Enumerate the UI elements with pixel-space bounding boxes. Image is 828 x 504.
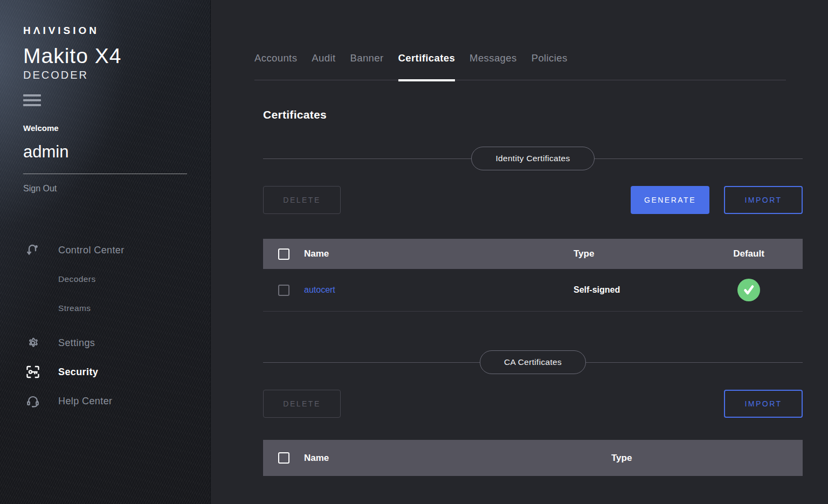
user-divider bbox=[23, 174, 187, 174]
ca-section-divider: CA Certificates bbox=[263, 350, 803, 374]
username: admin bbox=[23, 142, 210, 162]
sign-out-link[interactable]: Sign Out bbox=[23, 184, 57, 194]
main-content: Accounts Audit Banner Certificates Messa… bbox=[211, 0, 828, 504]
identity-select-all-checkbox[interactable] bbox=[278, 248, 289, 260]
sidebar-item-streams[interactable]: Streams bbox=[0, 294, 210, 323]
identity-certificates-pill: Identity Certificates bbox=[471, 147, 594, 170]
ca-delete-button[interactable]: DELETE bbox=[263, 390, 341, 418]
identity-generate-button[interactable]: GENERATE bbox=[631, 186, 709, 214]
certificate-type: Self-signed bbox=[574, 285, 695, 295]
column-header-type: Type bbox=[574, 248, 695, 259]
certificate-name-link[interactable]: autocert bbox=[304, 285, 335, 294]
ca-table-header: Name Type bbox=[263, 440, 803, 476]
identity-delete-button[interactable]: DELETE bbox=[263, 186, 341, 214]
check-icon bbox=[742, 283, 756, 297]
identity-toolbar: DELETE GENERATE IMPORT bbox=[263, 186, 803, 214]
sidebar-item-label: Decoders bbox=[58, 274, 96, 284]
column-header-default: Default bbox=[695, 248, 803, 259]
sidebar-item-control-center[interactable]: Control Center bbox=[0, 236, 210, 265]
brand-block: HΛIVISION Makito X4 DECODER bbox=[0, 0, 210, 81]
sidebar-item-label: Help Center bbox=[58, 396, 112, 407]
control-center-icon bbox=[25, 242, 41, 258]
sidebar-item-label: Security bbox=[58, 367, 98, 378]
tab-certificates[interactable]: Certificates bbox=[398, 52, 456, 64]
tab-banner[interactable]: Banner bbox=[350, 52, 383, 64]
tab-policies[interactable]: Policies bbox=[532, 52, 568, 64]
sidebar-item-decoders[interactable]: Decoders bbox=[0, 265, 210, 294]
identity-table-row: autocert Self-signed bbox=[263, 269, 803, 312]
tab-messages[interactable]: Messages bbox=[470, 52, 517, 64]
app-window: HΛIVISION Makito X4 DECODER Welcome admi… bbox=[0, 0, 828, 504]
ca-toolbar: DELETE IMPORT bbox=[263, 390, 803, 418]
product-subtitle: DECODER bbox=[23, 69, 210, 81]
sidebar-item-label: Settings bbox=[58, 337, 95, 349]
haivision-logo: HΛIVISION bbox=[23, 25, 210, 37]
identity-table-header: Name Type Default bbox=[263, 239, 803, 269]
column-header-type: Type bbox=[611, 453, 803, 464]
headset-icon bbox=[25, 393, 41, 409]
identity-import-button[interactable]: IMPORT bbox=[724, 186, 803, 214]
column-header-name: Name bbox=[304, 248, 574, 259]
tab-accounts[interactable]: Accounts bbox=[254, 52, 297, 64]
sidebar-item-settings[interactable]: Settings bbox=[0, 328, 210, 357]
sidebar-item-label: Streams bbox=[58, 303, 91, 313]
column-header-name: Name bbox=[304, 453, 611, 464]
ca-certificates-pill: CA Certificates bbox=[480, 350, 586, 374]
sidebar-item-help-center[interactable]: Help Center bbox=[0, 386, 210, 416]
sidebar-item-label: Control Center bbox=[58, 245, 125, 256]
row-checkbox[interactable] bbox=[278, 285, 289, 296]
sidebar-nav: Control Center Decoders Streams Settings bbox=[0, 236, 210, 416]
default-check-badge bbox=[737, 279, 760, 301]
product-name: Makito X4 bbox=[23, 44, 210, 68]
tab-audit[interactable]: Audit bbox=[312, 52, 335, 64]
sidebar-item-security[interactable]: Security bbox=[0, 357, 210, 386]
key-security-icon bbox=[25, 364, 41, 380]
identity-section-divider: Identity Certificates bbox=[263, 147, 803, 170]
hamburger-menu-icon[interactable] bbox=[23, 94, 41, 106]
page-title: Certificates bbox=[263, 108, 803, 121]
tab-bar: Accounts Audit Banner Certificates Messa… bbox=[254, 52, 786, 80]
ca-select-all-checkbox[interactable] bbox=[278, 452, 289, 464]
welcome-label: Welcome bbox=[23, 123, 210, 133]
certificates-panel: Certificates Identity Certificates DELET… bbox=[263, 108, 803, 476]
ca-import-button[interactable]: IMPORT bbox=[724, 390, 803, 418]
sidebar: HΛIVISION Makito X4 DECODER Welcome admi… bbox=[0, 0, 211, 504]
gear-icon bbox=[25, 335, 41, 351]
